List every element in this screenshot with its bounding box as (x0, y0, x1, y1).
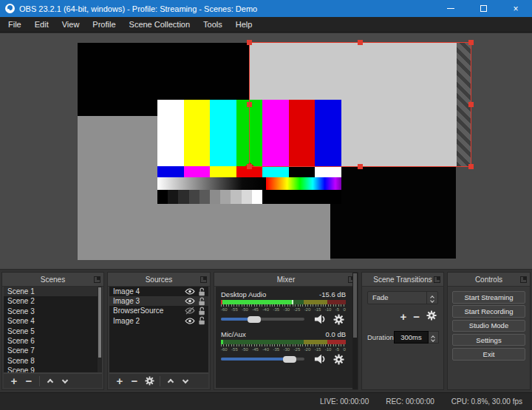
gray-step-wedge (157, 190, 341, 204)
menu-file[interactable]: File (1, 17, 28, 32)
source-move-down-button[interactable] (178, 375, 193, 388)
scene-list-item[interactable]: Scene 4 (4, 316, 102, 326)
controls-panel: Controls Start Streaming Start Recording… (447, 272, 531, 390)
controls-float-icon[interactable] (520, 276, 527, 283)
start-recording-button[interactable]: Start Recording (452, 305, 525, 318)
transition-selected-value: Fade (368, 292, 426, 304)
source-black-rect-bottom-right[interactable] (330, 167, 456, 259)
sources-float-icon[interactable] (200, 276, 207, 283)
menu-edit[interactable]: Edit (28, 17, 55, 32)
menu-help[interactable]: Help (229, 17, 259, 32)
source-add-button[interactable]: + (112, 375, 127, 388)
scene-list-item[interactable]: Scene 6 (4, 336, 102, 346)
source-properties-gear-button[interactable] (142, 375, 157, 388)
menu-bar: File Edit View Profile Scene Collection … (0, 17, 532, 33)
menu-profile[interactable]: Profile (86, 17, 122, 32)
scene-move-up-button[interactable] (43, 375, 58, 388)
scene-list-item[interactable]: Scene 8 (4, 356, 102, 366)
title-bar: OBS 23.2.1 (64-bit, windows) - Profile: … (0, 0, 532, 17)
meter-scale: -60-55-50-45-40-35-30-25-20-15-10-50 (221, 347, 346, 352)
mixer-panel-title: Mixer (277, 276, 295, 284)
scenes-float-icon[interactable] (94, 276, 100, 283)
menu-view[interactable]: View (55, 17, 86, 32)
scene-move-down-button[interactable] (58, 375, 72, 388)
unlock-icon (197, 307, 206, 315)
scenes-panel: Scenes Scene 1Scene 2Scene 3Scene 4Scene… (1, 272, 104, 390)
minimize-button[interactable] (434, 0, 467, 17)
duration-label: Duration (367, 333, 394, 341)
gradient-strips (157, 177, 341, 190)
studio-mode-button[interactable]: Studio Mode (452, 320, 525, 332)
sources-list: Image 4Image 3BrowserSourceImage 2 (109, 287, 208, 372)
maximize-icon (480, 5, 487, 12)
channel-name: Mic/Aux (221, 330, 246, 338)
scene-remove-button[interactable]: − (21, 375, 36, 388)
source-color-bars-pattern[interactable] (157, 100, 341, 204)
channel-volume-db: 0.0 dB (326, 330, 346, 338)
channel-settings-gear-icon[interactable] (331, 314, 346, 325)
transitions-float-icon[interactable] (434, 276, 440, 283)
source-list-item[interactable]: Image 4 (109, 287, 208, 296)
channel-settings-gear-icon[interactable] (331, 354, 346, 365)
dock-area: Scenes Scene 1Scene 2Scene 3Scene 4Scene… (0, 270, 532, 392)
volume-slider[interactable] (221, 315, 304, 324)
duration-spinner[interactable] (429, 331, 439, 344)
obs-logo-icon (5, 4, 15, 13)
obs-main-window: OBS 23.2.1 (64-bit, windows) - Profile: … (0, 0, 532, 410)
meter-scale: -60-55-50-45-40-35-30-25-20-15-10-50 (221, 307, 346, 312)
minimize-icon (447, 8, 454, 9)
source-list-item[interactable]: Image 2 (109, 316, 208, 326)
eye-icon (185, 287, 195, 295)
duration-value: 300ms (394, 331, 429, 344)
transition-select[interactable]: Fade (367, 291, 438, 304)
live-time: LIVE: 00:00:00 (320, 397, 369, 406)
close-button[interactable]: × (499, 0, 532, 17)
unlock-icon (197, 297, 206, 306)
maximize-button[interactable] (467, 0, 499, 17)
mixer-panel: Mixer Desktop Audio -15.6 dB -60-55-50-4… (214, 272, 358, 390)
unlock-icon (197, 316, 206, 325)
mute-speaker-icon[interactable] (313, 354, 328, 364)
color-bars-castellation (157, 166, 341, 177)
transitions-panel-title: Scene Transitions (373, 276, 432, 284)
settings-button[interactable]: Settings (452, 334, 525, 346)
source-remove-button[interactable]: − (127, 375, 142, 388)
scene-list-item[interactable]: Scene 7 (4, 346, 102, 355)
sources-panel: Sources Image 4Image 3BrowserSourceImage… (107, 272, 211, 390)
mixer-scrollbar[interactable] (352, 273, 358, 389)
scene-add-button[interactable]: + (7, 375, 21, 388)
source-cropped-stripes (457, 42, 471, 167)
mute-speaker-icon[interactable] (313, 314, 328, 324)
window-title: OBS 23.2.1 (64-bit, windows) - Profile: … (19, 4, 257, 13)
scene-list-item[interactable]: Scene 9 (4, 366, 102, 372)
eye-icon (185, 297, 195, 305)
transition-properties-gear-button[interactable] (426, 310, 437, 324)
menu-tools[interactable]: Tools (197, 17, 229, 32)
scene-list-item[interactable]: Scene 3 (4, 307, 102, 316)
channel-volume-db: -15.6 dB (319, 290, 346, 298)
exit-button[interactable]: Exit (452, 348, 525, 361)
source-list-item[interactable]: BrowserSource (109, 306, 208, 315)
status-bar: LIVE: 00:00:00 REC: 00:00:00 CPU: 0.8%, … (0, 392, 532, 410)
scenes-scrollbar[interactable] (98, 287, 102, 372)
start-streaming-button[interactable]: Start Streaming (452, 291, 525, 304)
source-list-item[interactable]: Image 3 (109, 296, 208, 306)
source-move-up-button[interactable] (163, 375, 178, 388)
color-bars (157, 100, 341, 166)
mixer-channel-desktop-audio: Desktop Audio -15.6 dB -60-55-50-45-40-3… (221, 290, 346, 324)
menu-scene-collection[interactable]: Scene Collection (123, 17, 197, 32)
transition-select-spinner[interactable] (426, 292, 437, 304)
eye-slash-icon (185, 307, 195, 315)
eye-icon (185, 317, 195, 325)
duration-spinbox[interactable]: 300ms (394, 331, 439, 344)
transition-add-button[interactable]: + (400, 312, 406, 322)
scene-list-item[interactable]: Scene 2 (4, 296, 102, 306)
preview-canvas[interactable] (0, 33, 532, 270)
scene-list-item[interactable]: Scene 1 (4, 287, 102, 296)
meter-ticks (221, 304, 346, 307)
scenes-list: Scene 1Scene 2Scene 3Scene 4Scene 5Scene… (4, 287, 102, 372)
volume-slider[interactable] (221, 355, 304, 363)
rec-time: REC: 00:00:00 (386, 397, 434, 406)
scene-list-item[interactable]: Scene 5 (4, 327, 102, 336)
transition-remove-button[interactable]: − (413, 312, 420, 322)
